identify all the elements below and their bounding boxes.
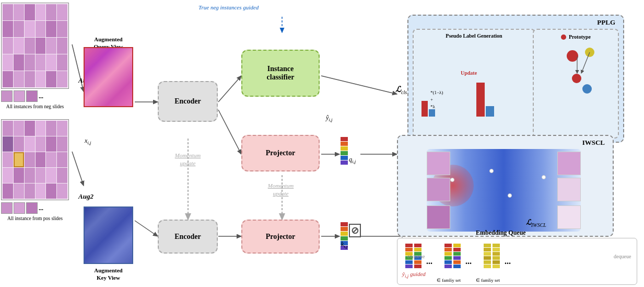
- slide-cell: [3, 38, 13, 54]
- augmented-key-view-label: AugmentedKey View: [84, 267, 133, 282]
- slide-cell: [46, 136, 56, 152]
- cluster-dot-4: [542, 175, 546, 179]
- tissue-overlay-2: [427, 178, 450, 201]
- slide-cell: [46, 121, 56, 136]
- svg-line-5: [218, 110, 241, 154]
- pos-instance-3: [26, 202, 38, 214]
- slide-cell: [36, 152, 46, 167]
- prototype-arrows-svg: [538, 45, 614, 113]
- update-label: Update: [461, 70, 477, 76]
- pseudo-label-gen-box: Pseudo Label Generation *(1−λ)+*λ Update: [413, 29, 535, 139]
- x-ij-label: xi,j: [85, 137, 91, 145]
- slide-cell: [25, 152, 35, 167]
- slide-cell: [3, 71, 13, 87]
- q-ij-label: qi,j: [349, 156, 356, 164]
- slide-cell: [36, 121, 46, 136]
- slide-cell: [25, 121, 35, 136]
- k-ij-label: ki,j: [341, 240, 348, 249]
- slide-cell-yellow: [14, 152, 24, 167]
- q-ij-stack: [341, 137, 348, 165]
- pos-instance-1: [1, 202, 13, 214]
- enqueue-label: enqueue: [407, 254, 425, 259]
- slide-cell: [57, 21, 67, 37]
- encoder-bottom: Encoder: [158, 220, 218, 254]
- pos-instance-2: [14, 202, 25, 214]
- stop-gradient-symbol: ⊘: [349, 224, 361, 237]
- slide-cell: [14, 4, 24, 20]
- bar-red-main: [476, 83, 485, 117]
- ellipsis-queue-2: ...: [465, 257, 472, 266]
- dequeue-label: dequeue: [614, 254, 631, 259]
- slide-cell: [46, 152, 56, 167]
- slide-cell: [36, 38, 46, 54]
- pos-slide-grid: [1, 119, 69, 200]
- cluster-dot-3: [508, 193, 512, 198]
- embedding-queue-area: Embedding Queue ...: [397, 238, 637, 285]
- slide-cell: [57, 168, 67, 183]
- slide-cell: [57, 4, 67, 20]
- tissue-overlay-4: [557, 152, 581, 175]
- slide-cell: [14, 54, 24, 71]
- pos-instances-label: All instance from pos slides: [1, 215, 69, 222]
- slide-cell: [25, 136, 35, 152]
- prototype-label: Prototype: [561, 34, 591, 40]
- embed-col-6: [493, 244, 500, 268]
- bar-chart-right: [476, 83, 494, 117]
- slide-cell: [36, 71, 46, 87]
- embed-col-4: [453, 244, 461, 268]
- slide-cell: [57, 136, 67, 152]
- tissue-overlay-5: [557, 178, 581, 201]
- yhat-ij-label: ŷi,j: [326, 114, 333, 122]
- neg-instance-2: [14, 90, 25, 102]
- neg-instance-3: [26, 90, 38, 102]
- slide-cell: [14, 136, 24, 152]
- svg-line-7: [321, 76, 397, 94]
- pos-instances-row: ...: [1, 202, 43, 214]
- slide-cell: [57, 71, 67, 87]
- slide-cell: [46, 183, 56, 199]
- slide-cell: [36, 54, 46, 71]
- slide-cell: [3, 152, 13, 167]
- svg-line-3: [135, 221, 158, 236]
- slide-cell: [25, 183, 35, 199]
- slide-cell: [46, 168, 56, 183]
- bar-blue-main: [486, 106, 494, 117]
- query-patch: [84, 47, 133, 107]
- yhat-guided-label: ŷi,j guided: [402, 271, 426, 279]
- cluster-dot-2: [489, 169, 494, 173]
- iwscl-heatmap: [427, 149, 581, 232]
- neg-slide-grid: [1, 3, 69, 89]
- iwscl-container: IWSCL ℒIWSCL: [397, 135, 614, 237]
- slide-cell: [36, 21, 46, 37]
- slide-cell: [46, 21, 56, 37]
- slide-cell: [3, 168, 13, 183]
- slide-cell: [14, 21, 24, 37]
- ellipsis-neg: ...: [39, 93, 43, 100]
- slide-cell: [46, 4, 56, 20]
- neg-instances-row: ...: [1, 90, 43, 102]
- l-iwscl-label: ℒIWSCL: [526, 218, 546, 228]
- instance-classifier-box: Instanceclassifier: [241, 50, 320, 97]
- slide-cell: [3, 54, 13, 71]
- slide-cell: [14, 71, 24, 87]
- slide-cell: [46, 71, 56, 87]
- pplg-container: PPLG Pseudo Label Generation *(1−λ)+*λ U…: [407, 15, 624, 143]
- bar-blue-short: [429, 109, 435, 117]
- cluster-dot-1: [450, 178, 454, 182]
- momentum-update-projector: Momentumupdate: [245, 182, 316, 198]
- projector-top: Projector: [241, 135, 320, 171]
- slide-cell: [14, 121, 24, 136]
- tissue-overlay-6: [557, 205, 581, 229]
- svg-line-24: [581, 52, 590, 73]
- lambda-formula: *(1−λ)+*λ: [430, 89, 443, 111]
- slide-cell: [57, 121, 67, 136]
- slide-cell: [3, 136, 13, 152]
- slide-cell: [3, 21, 13, 37]
- projector-bottom: Projector: [241, 220, 320, 254]
- bar-red-tall: [421, 101, 428, 117]
- slide-cell: [46, 54, 56, 71]
- slide-cell: [14, 183, 24, 199]
- true-neg-guided-label: True neg instances guided: [198, 4, 259, 10]
- tissue-overlay-1: [427, 152, 450, 175]
- ellipsis-queue-1: ...: [426, 257, 432, 266]
